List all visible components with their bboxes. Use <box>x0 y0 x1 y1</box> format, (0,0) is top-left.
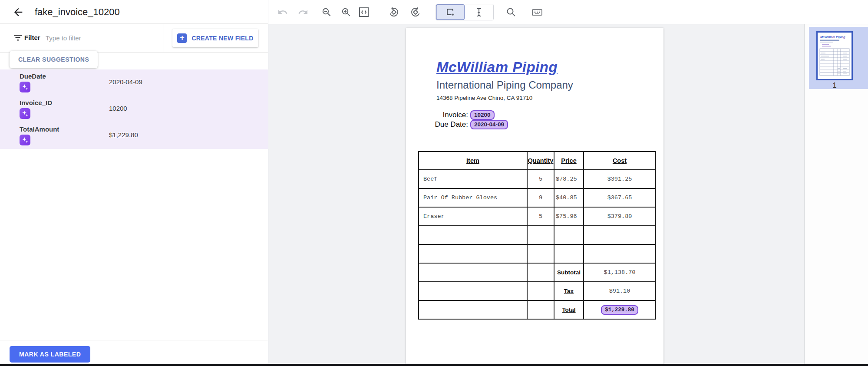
divider <box>164 24 164 53</box>
company-subtitle: International Piping Company <box>436 79 573 91</box>
total-value-cell: $1,229.80 <box>584 300 656 319</box>
due-date-label: Due Date: <box>406 120 468 129</box>
price-cell: $75.96 <box>554 207 584 226</box>
total-label: Total <box>554 300 584 319</box>
clear-suggestions-button[interactable]: CLEAR SUGGESTIONS <box>10 51 98 68</box>
divider <box>315 6 315 18</box>
cost-cell: $379.80 <box>584 207 656 226</box>
suggested-fields-list: DueDate 2020-04-09 Invoice_ID 10200 Tota… <box>0 69 268 149</box>
company-address: 14368 Pipeline Ave Chino, CA 91710 <box>436 95 532 101</box>
mark-as-labeled-button[interactable]: MARK AS LABELED <box>10 346 90 363</box>
rotate-right-icon[interactable] <box>409 6 422 19</box>
invoice-number-annotation[interactable]: 10200 <box>470 110 495 120</box>
window-bottom-edge <box>0 364 868 366</box>
tax-label: Tax <box>554 282 584 300</box>
page-thumbnail-preview: McWilliam Piping <box>816 31 853 80</box>
field-name: Invoice_ID <box>20 99 52 106</box>
divider <box>0 340 268 340</box>
table-row: Beef 5 $78.25 $391.25 <box>419 170 656 188</box>
col-header-price: Price <box>554 152 584 170</box>
subtotal-label: Subtotal <box>554 263 584 282</box>
page-thumbnail-1[interactable]: McWilliam Piping <box>809 27 868 89</box>
svg-text:McWilliam Piping: McWilliam Piping <box>820 36 845 39</box>
keyboard-icon[interactable] <box>531 6 544 19</box>
field-row-totalamount[interactable]: TotalAmount $1,229.80 <box>0 122 268 149</box>
auto-awesome-sparkle-icon <box>20 135 30 145</box>
zoom-in-icon[interactable] <box>340 6 353 19</box>
plus-icon: + <box>177 33 187 43</box>
total-amount-annotation[interactable]: $1,229.80 <box>601 305 638 315</box>
create-new-field-button[interactable]: + CREATE NEW FIELD <box>172 29 258 47</box>
item-cell: Eraser <box>419 207 527 226</box>
annotation-tool-group <box>436 4 494 20</box>
create-new-field-label: CREATE NEW FIELD <box>191 35 253 42</box>
col-header-item: Item <box>419 152 527 170</box>
fit-to-width-icon[interactable] <box>357 6 370 19</box>
qty-cell: 9 <box>527 188 554 207</box>
back-arrow-icon[interactable] <box>12 6 24 18</box>
filter-input[interactable] <box>46 30 156 46</box>
invoice-number-row: Invoice: 10200 <box>406 110 549 120</box>
cost-cell: $391.25 <box>584 170 656 188</box>
auto-awesome-sparkle-icon <box>20 108 30 119</box>
qty-cell: 5 <box>527 170 554 188</box>
filter-bar: Filter + CREATE NEW FIELD <box>0 24 268 53</box>
text-select-tool[interactable] <box>465 4 493 20</box>
price-cell: $40.85 <box>554 188 584 207</box>
zoom-out-icon[interactable] <box>320 6 333 19</box>
page-thumbnail-strip: McWilliam Piping <box>804 24 868 364</box>
document-viewer: McWilliam Piping International Piping Co… <box>268 24 804 364</box>
table-row: Eraser 5 $75.96 $379.80 <box>419 207 656 226</box>
search-icon[interactable] <box>505 6 518 19</box>
undo-icon[interactable] <box>276 6 289 19</box>
invoice-page: McWilliam Piping International Piping Co… <box>406 28 663 364</box>
col-header-cost: Cost <box>584 152 656 170</box>
document-title: fake_invoice_10200 <box>35 0 120 24</box>
subtotal-value: $1,138.70 <box>584 263 656 282</box>
qty-cell: 5 <box>527 207 554 226</box>
viewer-toolbar <box>268 0 868 24</box>
company-title: McWilliam Piping <box>436 59 558 76</box>
auto-awesome-sparkle-icon <box>20 82 30 92</box>
panel-header: fake_invoice_10200 <box>0 0 268 24</box>
divider <box>381 6 381 18</box>
invoice-label: Invoice: <box>406 111 468 119</box>
label-panel: fake_invoice_10200 Filter + CREATE NEW F… <box>0 0 268 366</box>
filter-label: Filter <box>24 34 40 41</box>
item-cell: Beef <box>419 170 527 188</box>
rotate-left-icon[interactable] <box>387 6 400 19</box>
table-row-empty <box>419 226 656 244</box>
field-value: 2020-04-09 <box>109 78 142 86</box>
field-name: TotalAmount <box>20 125 59 133</box>
due-date-annotation[interactable]: 2020-04-09 <box>470 120 508 129</box>
col-header-quantity: Quantity <box>527 152 554 170</box>
thumbnail-page-number: 1 <box>809 82 860 89</box>
field-value: $1,229.80 <box>109 131 138 138</box>
subtotal-row: Subtotal $1,138.70 <box>419 263 656 282</box>
field-name: DueDate <box>20 73 46 80</box>
redo-icon[interactable] <box>297 6 310 19</box>
table-row-empty <box>419 244 656 263</box>
filter-icon <box>14 35 22 41</box>
tax-row: Tax $91.10 <box>419 282 656 300</box>
cost-cell: $367.65 <box>584 188 656 207</box>
field-row-invoice-id[interactable]: Invoice_ID 10200 <box>0 96 268 122</box>
field-value: 10200 <box>109 105 127 112</box>
table-header-row: Item Quantity Price Cost <box>419 152 656 170</box>
total-row: Total $1,229.80 <box>419 300 656 319</box>
table-row: Pair Of Rubber Gloves 9 $40.85 $367.65 <box>419 188 656 207</box>
invoice-line-items-table: Item Quantity Price Cost Beef 5 $78.25 $… <box>418 151 656 320</box>
field-row-duedate[interactable]: DueDate 2020-04-09 <box>0 69 268 96</box>
tax-value: $91.10 <box>584 282 656 300</box>
due-date-row: Due Date: 2020-04-09 <box>406 120 549 129</box>
box-select-tool[interactable] <box>436 4 465 20</box>
price-cell: $78.25 <box>554 170 584 188</box>
item-cell: Pair Of Rubber Gloves <box>419 188 527 207</box>
